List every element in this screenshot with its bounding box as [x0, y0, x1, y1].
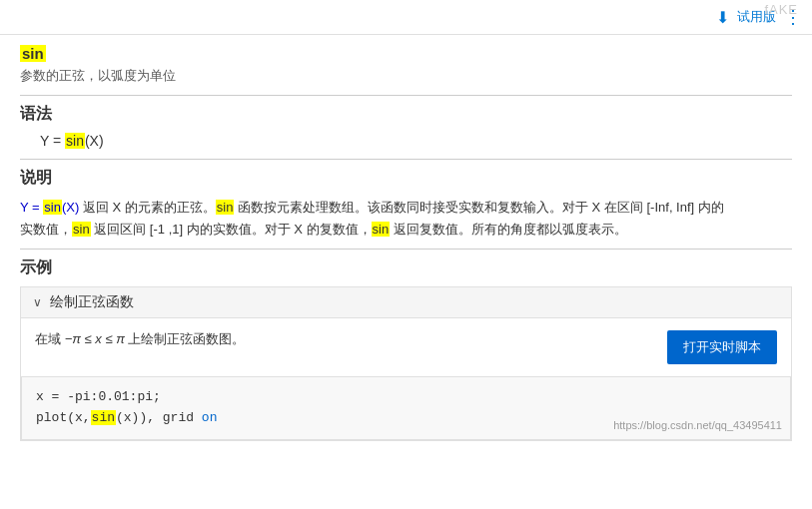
- math-formula: −π ≤ x ≤ π: [65, 331, 125, 346]
- syntax-code: Y = sin(X): [40, 133, 792, 149]
- code-plot-start: plot(x,: [36, 410, 91, 425]
- code-sin-highlight: sin: [91, 410, 116, 425]
- watermark-text: https://blog.csdn.net/qq_43495411: [613, 417, 782, 435]
- open-script-button[interactable]: 打开实时脚本: [667, 330, 777, 364]
- syntax-section-title: 语法: [20, 104, 792, 125]
- example-box: ∨ 绘制正弦函数 在域 −π ≤ x ≤ π 上绘制正弦函数图。 打开实时脚本 …: [20, 286, 792, 441]
- code-line-1: x = -pi:0.01:pi;: [36, 387, 776, 408]
- desc-sin-highlight-2: sin: [216, 200, 235, 215]
- desc-sin-highlight-1: sin: [43, 200, 62, 215]
- example-content: 在域 −π ≤ x ≤ π 上绘制正弦函数图。 打开实时脚本: [21, 318, 791, 376]
- description-text: Y = sin(X) 返回 X 的元素的正弦。sin 函数按元素处理数组。该函数…: [20, 197, 792, 241]
- example-header[interactable]: ∨ 绘制正弦函数: [21, 287, 791, 318]
- main-content: sin 参数的正弦，以弧度为单位 语法 Y = sin(X) 说明 Y = si…: [0, 35, 812, 451]
- example-section: 示例 ∨ 绘制正弦函数 在域 −π ≤ x ≤ π 上绘制正弦函数图。 打开实时…: [20, 257, 792, 441]
- function-name: sin: [20, 45, 46, 62]
- desc-sin-highlight-3: sin: [72, 222, 91, 237]
- chevron-down-icon: ∨: [33, 295, 42, 309]
- example-header-title: 绘制正弦函数: [50, 293, 134, 311]
- syntax-sin-highlight: sin: [65, 133, 85, 149]
- description-section-title: 说明: [20, 168, 792, 189]
- divider-description: [20, 159, 792, 160]
- code-on-keyword: on: [202, 410, 218, 425]
- desc-blue-y: Y = sin(X): [20, 200, 79, 215]
- divider-example: [20, 249, 792, 250]
- divider-syntax: [20, 95, 792, 96]
- function-description: 参数的正弦，以弧度为单位: [20, 67, 792, 85]
- desc-sin-highlight-4: sin: [372, 222, 391, 237]
- example-section-title: 示例: [20, 257, 792, 278]
- download-icon: ⬇: [716, 8, 729, 27]
- example-description: 在域 −π ≤ x ≤ π 上绘制正弦函数图。: [35, 330, 647, 348]
- code-plot-end: (x)), grid: [116, 410, 202, 425]
- top-bar: fAKE ⬇ 试用版 ⋮: [0, 0, 812, 35]
- fake-label: fAKE: [764, 2, 798, 17]
- code-block: x = -pi:0.01:pi; plot(x,sin(x)), grid on…: [21, 376, 791, 440]
